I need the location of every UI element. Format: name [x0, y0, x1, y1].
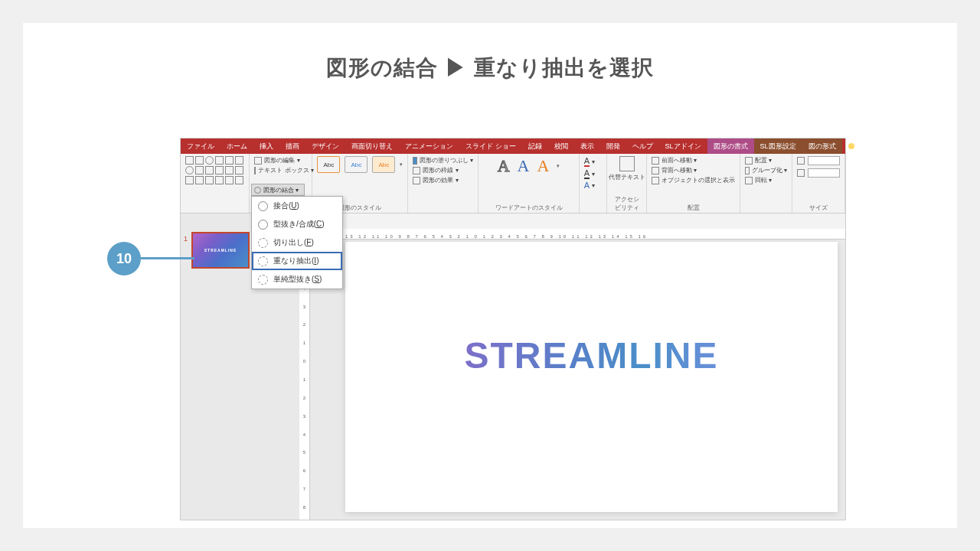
send-backward-button[interactable]: 背面へ移動 ▾ [652, 166, 735, 174]
wordart-preset-3[interactable]: A [537, 156, 549, 176]
canvas-text[interactable]: STREAMLINE [465, 334, 719, 377]
combine-icon [258, 220, 268, 230]
fragment-icon [258, 238, 268, 248]
edit-shape-button[interactable]: 図形の編集 ▾ [254, 156, 307, 165]
selection-pane-button[interactable]: オブジェクトの選択と表示 [652, 176, 735, 184]
ruler-horizontal: 16 15 14 13 12 11 10 9 8 7 6 5 4 3 2 1 0… [299, 229, 845, 240]
width-input[interactable] [808, 168, 840, 178]
tab-dev[interactable]: 開発 [600, 139, 626, 154]
menu-subtract[interactable]: 単純型抜き(S) [252, 270, 342, 289]
menu-combine[interactable]: 型抜き/合成(C) [252, 215, 342, 233]
alt-text-button[interactable]: 代替テキスト [609, 173, 645, 181]
height-input[interactable] [808, 156, 840, 165]
tab-home[interactable]: ホーム [220, 139, 253, 154]
style-more[interactable]: ▾ [400, 161, 403, 168]
tab-view[interactable]: 表示 [574, 139, 600, 154]
intersect-icon [258, 256, 268, 266]
style-preset-2[interactable]: Abc [345, 156, 368, 173]
badge-connector [141, 257, 194, 259]
tab-record[interactable]: 記録 [522, 139, 548, 154]
thumb-index: 1 [184, 235, 188, 243]
menu-intersect[interactable]: 重なり抽出(I) [252, 252, 342, 270]
thumb-text: STREAMLINE [204, 248, 237, 253]
bring-forward-button[interactable]: 前面へ移動 ▾ [652, 156, 735, 165]
tab-tell-me[interactable]: 何をしますか [842, 139, 904, 154]
step-badge: 10 [107, 242, 141, 276]
powerpoint-window: ファイル ホーム 挿入 描画 デザイン 画面切り替え アニメーション スライド … [180, 138, 846, 520]
tab-help[interactable]: ヘルプ [626, 139, 659, 154]
shape-outline-button[interactable]: 図形の枠線 ▾ [413, 166, 473, 174]
style-preset-1[interactable]: Abc [317, 156, 340, 173]
menu-union[interactable]: 接合(U) [252, 197, 342, 215]
tab-draw[interactable]: 描画 [279, 139, 305, 154]
height-icon [797, 157, 805, 165]
group-label-arrange: 配置 [652, 204, 735, 212]
ribbon-tabs: ファイル ホーム 挿入 描画 デザイン 画面切り替え アニメーション スライド … [181, 139, 845, 154]
merge-shapes-menu: 接合(U) 型抜き/合成(C) 切り出し(F) 重なり抽出(I) 単純型抜き(S… [251, 196, 343, 289]
tab-design[interactable]: デザイン [305, 139, 345, 154]
tab-animation[interactable]: アニメーション [399, 139, 459, 154]
group-label-wordart: ワードアートのスタイル [483, 204, 573, 212]
slide-canvas[interactable]: STREAMLINE [345, 242, 838, 512]
tab-sladdin[interactable]: SLアドイン [659, 139, 707, 154]
merge-icon [254, 187, 261, 194]
wordart-more[interactable]: ▾ [557, 163, 560, 169]
align-button[interactable]: 配置 ▾ [745, 156, 787, 165]
group-label-size: サイズ [797, 204, 840, 212]
menu-fragment[interactable]: 切り出し(F) [252, 233, 342, 252]
text-fill-icon[interactable]: A▾ [584, 156, 602, 167]
tab-review[interactable]: 校閲 [548, 139, 574, 154]
tab-pic-format[interactable]: 図の形式 [802, 139, 842, 154]
shape-effects-button[interactable]: 図形の効果 ▾ [413, 176, 473, 184]
rotate-button[interactable]: 回転 ▾ [745, 176, 787, 184]
tab-insert[interactable]: 挿入 [253, 139, 279, 154]
shape-fill-button[interactable]: 図形の塗りつぶし ▾ [413, 156, 473, 165]
subtract-icon [258, 275, 268, 285]
text-outline-icon[interactable]: A▾ [584, 168, 602, 179]
alt-text-icon[interactable] [619, 156, 635, 171]
style-preset-3[interactable]: Abc [372, 156, 395, 173]
shape-gallery[interactable] [185, 156, 244, 185]
width-icon [797, 169, 805, 177]
tab-shape-format[interactable]: 図形の書式 [707, 139, 754, 154]
bulb-icon [848, 143, 854, 149]
merge-shapes-button[interactable]: 図形の結合 ▾ [251, 184, 305, 196]
page-title: 図形の結合 ▶ 重なり抽出を選択 [23, 23, 957, 83]
text-effects-icon[interactable]: A▾ [584, 181, 602, 190]
tab-transition[interactable]: 画面切り替え [345, 139, 399, 154]
tab-slideshow[interactable]: スライド ショー [459, 139, 522, 154]
group-label-acc: アクセシビリティ [612, 195, 642, 212]
tab-file[interactable]: ファイル [181, 139, 220, 154]
wordart-preset-2[interactable]: A [518, 156, 530, 176]
text-box-button[interactable]: テキスト ボックス ▾ [254, 166, 307, 174]
union-icon [258, 201, 268, 211]
wordart-preset-1[interactable]: A [498, 156, 510, 176]
tab-sl-shape[interactable]: SL図形設定 [754, 139, 802, 154]
group-button[interactable]: グループ化 ▾ [745, 166, 787, 174]
slide-thumb-1[interactable]: STREAMLINE [191, 232, 250, 269]
